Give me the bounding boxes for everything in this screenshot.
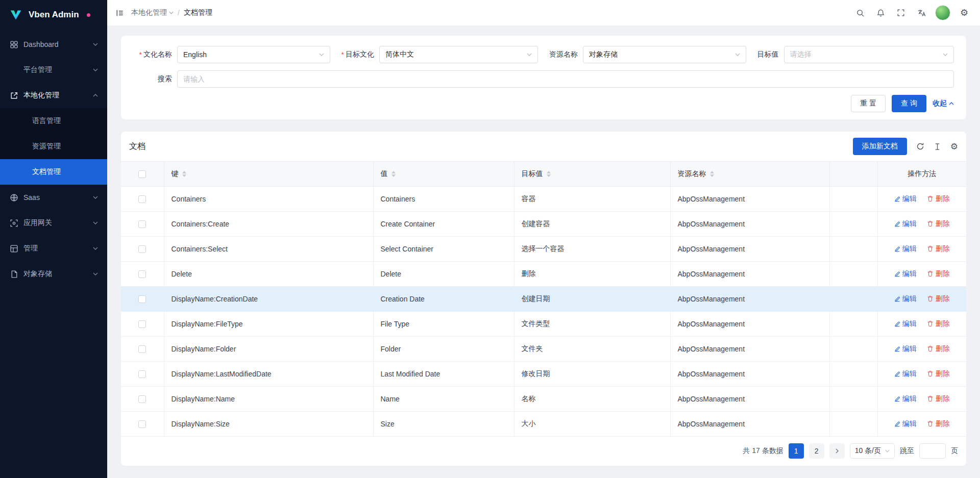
sidebar-item-resource-management[interactable]: 资源管理	[0, 134, 107, 159]
avatar[interactable]	[935, 5, 950, 20]
resource-name-select[interactable]: 对象存储	[583, 46, 746, 63]
table-row[interactable]: Delete Delete 删除 AbpOssManagement 编辑 删除	[121, 262, 966, 287]
cell-target-value: 名称	[514, 387, 670, 412]
column-header-key[interactable]: 键	[164, 162, 373, 187]
sidebar-item-dashboard[interactable]: Dashboard	[0, 32, 107, 57]
refresh-icon[interactable]	[916, 142, 924, 150]
sidebar-item-gateway[interactable]: 应用网关	[0, 210, 107, 236]
jump-page-input[interactable]	[919, 443, 946, 459]
delete-button[interactable]: 删除	[927, 319, 950, 329]
cell-value: Delete	[373, 262, 514, 287]
delete-button[interactable]: 删除	[927, 344, 950, 354]
select-all-checkbox[interactable]	[138, 170, 146, 178]
table-row[interactable]: Containers:Select Select Container 选择一个容…	[121, 237, 966, 262]
sidebar-item-object-storage[interactable]: 对象存储	[0, 261, 107, 287]
table-row[interactable]: DisplayName:Folder Folder 文件夹 AbpOssMana…	[121, 337, 966, 362]
search-input[interactable]	[177, 70, 954, 88]
add-document-button[interactable]: 添加新文档	[853, 138, 907, 155]
edit-button[interactable]: 编辑	[894, 419, 917, 429]
bell-icon[interactable]	[872, 4, 889, 21]
edit-button[interactable]: 编辑	[894, 369, 917, 379]
table-row[interactable]: DisplayName:LastModifiedDate Last Modifi…	[121, 362, 966, 387]
table-row[interactable]: DisplayName:FileType File Type 文件类型 AbpO…	[121, 312, 966, 337]
table-row[interactable]: DisplayName:CreationDate Creation Date 创…	[121, 287, 966, 312]
table-row[interactable]: DisplayName:Size Size 大小 AbpOssManagemen…	[121, 412, 966, 437]
row-checkbox[interactable]	[138, 195, 146, 203]
delete-button[interactable]: 删除	[927, 269, 950, 279]
page-button-1[interactable]: 1	[789, 443, 804, 459]
table-row[interactable]: Containers:Create Create Container 创建容器 …	[121, 212, 966, 237]
row-checkbox[interactable]	[138, 320, 146, 328]
row-checkbox[interactable]	[138, 270, 146, 278]
table-row[interactable]: DisplayName:Name Name 名称 AbpOssManagemen…	[121, 387, 966, 412]
delete-button[interactable]: 删除	[927, 194, 950, 204]
query-button[interactable]: 查 询	[892, 95, 926, 112]
edit-button[interactable]: 编辑	[894, 219, 917, 229]
edit-button[interactable]: 编辑	[894, 394, 917, 404]
column-header-resource-name[interactable]: 资源名称	[670, 162, 829, 187]
row-checkbox[interactable]	[138, 245, 146, 253]
sidebar-item-language-management[interactable]: 语言管理	[0, 108, 107, 134]
breadcrumb-current[interactable]: 文档管理	[184, 8, 212, 17]
sort-icons[interactable]	[710, 171, 714, 177]
search-icon[interactable]	[851, 4, 869, 21]
edit-button[interactable]: 编辑	[894, 294, 917, 304]
target-culture-select[interactable]: 简体中文	[379, 46, 538, 63]
column-settings-gear-icon[interactable]: ⚙	[950, 142, 958, 151]
culture-name-select[interactable]: English	[177, 46, 330, 63]
cell-value: File Type	[373, 312, 514, 337]
row-checkbox[interactable]	[138, 295, 146, 303]
page-size-select[interactable]: 10 条/页	[850, 443, 895, 459]
edit-button[interactable]: 编辑	[894, 269, 917, 279]
cell-key: Containers:Create	[164, 212, 373, 237]
row-checkbox[interactable]	[138, 420, 146, 428]
chevron-up-icon	[949, 102, 954, 105]
sidebar-item-management[interactable]: 管理	[0, 236, 107, 261]
delete-button[interactable]: 删除	[927, 394, 950, 404]
row-checkbox[interactable]	[138, 345, 146, 353]
edit-button[interactable]: 编辑	[894, 344, 917, 354]
sort-icons[interactable]	[391, 171, 396, 177]
sort-icons[interactable]	[547, 171, 551, 177]
pencil-icon	[894, 421, 900, 427]
delete-button[interactable]: 删除	[927, 219, 950, 229]
localization-icon	[9, 91, 18, 100]
column-header-value[interactable]: 值	[373, 162, 514, 187]
select-placeholder: 请选择	[790, 50, 943, 59]
delete-button[interactable]: 删除	[927, 419, 950, 429]
edit-button[interactable]: 编辑	[894, 194, 917, 204]
header-actions: ⚙	[851, 4, 973, 21]
sidebar-item-platform[interactable]: 平台管理	[0, 57, 107, 83]
delete-button[interactable]: 删除	[927, 369, 950, 379]
logo[interactable]: Vben Admin	[0, 0, 107, 30]
edit-button[interactable]: 编辑	[894, 319, 917, 329]
sidebar-fold-icon[interactable]	[115, 9, 124, 17]
field-label: 资源名称	[549, 50, 578, 59]
sort-icons[interactable]	[182, 171, 186, 177]
collapse-link[interactable]: 收起	[933, 99, 954, 108]
column-header-target-value[interactable]: 目标值	[514, 162, 670, 187]
delete-button[interactable]: 删除	[927, 244, 950, 254]
target-value-select[interactable]: 请选择	[784, 46, 954, 63]
translate-icon[interactable]	[913, 4, 930, 21]
page-button-2[interactable]: 2	[809, 443, 824, 459]
cell-spacer	[829, 412, 877, 437]
row-checkbox[interactable]	[138, 220, 146, 228]
chevron-up-icon	[93, 94, 98, 97]
delete-button[interactable]: 删除	[927, 294, 950, 304]
sidebar-item-document-management[interactable]: 文档管理	[0, 159, 107, 185]
reset-button[interactable]: 重 置	[851, 95, 886, 112]
sidebar-item-saas[interactable]: Saas	[0, 185, 107, 210]
edit-button[interactable]: 编辑	[894, 244, 917, 254]
row-checkbox[interactable]	[138, 395, 146, 403]
row-height-icon[interactable]	[934, 143, 941, 150]
chevron-down-icon	[93, 272, 98, 275]
settings-gear-icon[interactable]: ⚙	[955, 4, 973, 21]
sidebar-item-localization[interactable]: 本地化管理	[0, 83, 107, 108]
fullscreen-icon[interactable]	[892, 4, 910, 21]
breadcrumb-parent[interactable]: 本地化管理	[131, 8, 174, 17]
table-row[interactable]: Containers Containers 容器 AbpOssManagemen…	[121, 187, 966, 212]
next-page-button[interactable]	[829, 443, 845, 459]
row-checkbox[interactable]	[138, 370, 146, 378]
cell-key: DisplayName:Size	[164, 412, 373, 437]
